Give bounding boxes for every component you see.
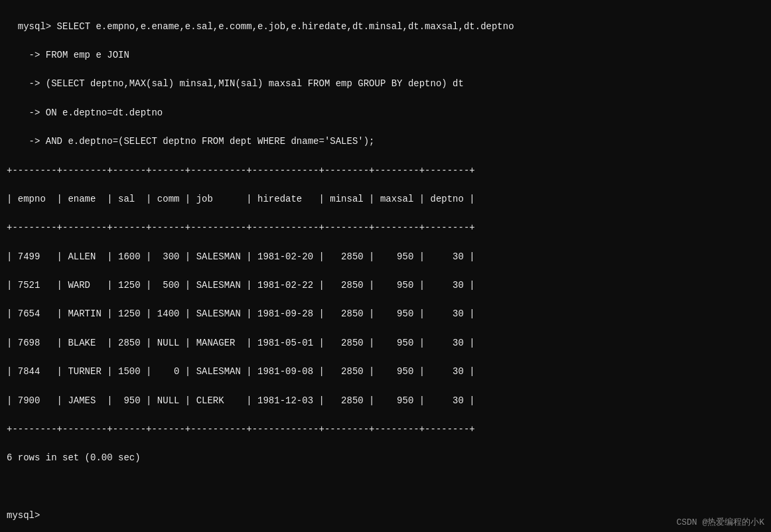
query1-line4: -> ON e.deptno=dt.deptno [7, 107, 163, 118]
result1: 6 rows in set (0.00 sec) [7, 452, 141, 463]
table1-header: | empno | ename | sal | comm | job | hir… [7, 194, 475, 204]
query1-line2: -> FROM emp e JOIN [7, 50, 129, 60]
table1-row-1: | 7521 | WARD | 1250 | 500 | SALESMAN | … [7, 280, 475, 291]
table1-border-top: +--------+--------+------+------+-------… [7, 165, 475, 176]
blank1 [7, 482, 12, 492]
table1-row-4: | 7844 | TURNER | 1500 | 0 | SALESMAN | … [7, 366, 475, 377]
watermark: CSDN @热爱编程的小K [676, 516, 764, 528]
table1-row-2: | 7654 | MARTIN | 1250 | 1400 | SALESMAN… [7, 308, 475, 319]
table1-row-3: | 7698 | BLAKE | 2850 | NULL | MANAGER |… [7, 338, 475, 348]
table1-border-bot: +--------+--------+------+------+-------… [7, 424, 475, 434]
table1-row-5: | 7900 | JAMES | 950 | NULL | CLERK | 19… [7, 395, 475, 406]
mysql-blank: mysql> [7, 510, 40, 521]
query1-line1: mysql> SELECT e.empno,e.ename,e.sal,e.co… [18, 21, 514, 32]
query1-line5: -> AND e.deptno=(SELECT deptno FROM dept… [7, 136, 375, 147]
query1-line3: -> (SELECT deptno,MAX(sal) minsal,MIN(sa… [7, 78, 464, 89]
terminal-window: mysql> SELECT e.empno,e.ename,e.sal,e.co… [0, 0, 771, 532]
table1-row-0: | 7499 | ALLEN | 1600 | 300 | SALESMAN |… [7, 251, 475, 262]
table1-border-mid: +--------+--------+------+------+-------… [7, 222, 475, 233]
